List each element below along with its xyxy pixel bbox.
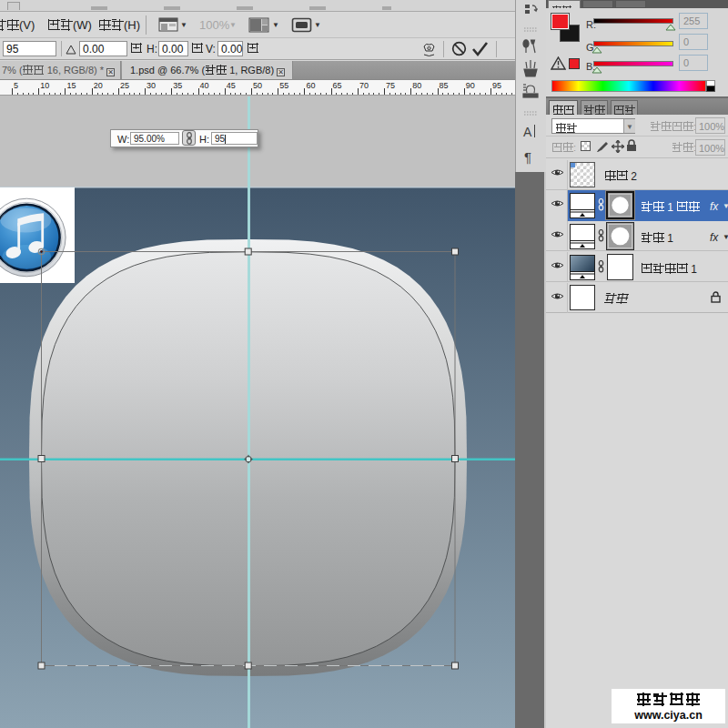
svg-text:A: A <box>523 125 532 139</box>
svg-text:¶: ¶ <box>524 149 531 165</box>
